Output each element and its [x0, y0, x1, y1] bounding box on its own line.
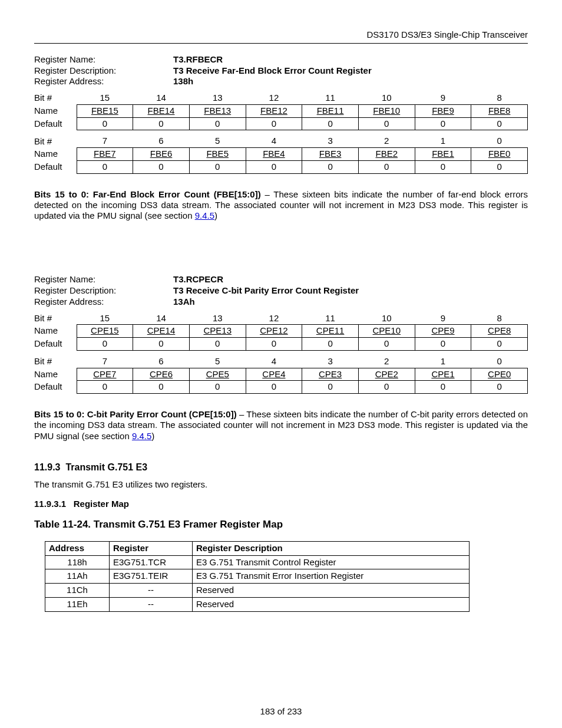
section-intro: The transmit G.751 E3 utilizes two regis…: [34, 479, 528, 490]
description-rcpecr: Bits 15 to 0: C-bit Parity Error Count (…: [34, 409, 528, 442]
bit-table-rcpecr-hi: Bit # 15141312111098 Name CPE15CPE14CPE1…: [34, 312, 528, 351]
link-section-945[interactable]: 9.4.5: [195, 210, 214, 220]
header-rule: [34, 43, 528, 44]
page-header: DS3170 DS3/E3 Single-Chip Transceiver: [34, 29, 528, 41]
table-row: 11Ch -- Reserved: [45, 584, 470, 598]
page-footer: 183 of 233: [34, 706, 528, 717]
bit-table-rcpecr-lo: Bit # 76543210 Name CPE7CPE6CPE5CPE4CPE3…: [34, 355, 528, 394]
register-map-table: Address Register Register Description 11…: [45, 541, 470, 612]
subsection-heading: 11.9.3.1 Register Map: [34, 499, 528, 510]
value-register-name: T3.RCPECR: [173, 274, 223, 285]
section-heading: 11.9.3 Transmit G.751 E3: [34, 462, 528, 473]
label-bit: Bit #: [34, 92, 77, 104]
table-row: 11Ah E3G751.TEIR E3 G.751 Transmit Error…: [45, 569, 470, 584]
label-register-name: Register Name:: [34, 54, 173, 65]
register-header-rcpecr: Register Name: T3.RCPECR Register Descri…: [34, 274, 528, 307]
table-row: 118h E3G751.TCR E3 G.751 Transmit Contro…: [45, 555, 470, 569]
label-name: Name: [34, 104, 77, 117]
table-row: 11Eh -- Reserved: [45, 597, 470, 611]
label-register-address: Register Address:: [34, 76, 173, 87]
description-rfbecr: Bits 15 to 0: Far-End Block Error Count …: [34, 189, 528, 222]
value-register-address: 138h: [173, 76, 193, 87]
bit-table-rfbecr-hi: Bit # 15141312111098 Name FBE15FBE14FBE1…: [34, 92, 528, 130]
value-register-address: 13Ah: [173, 297, 195, 308]
value-register-description: T3 Receive Far-End Block Error Count Reg…: [173, 65, 372, 77]
link-section-945[interactable]: 9.4.5: [132, 431, 151, 441]
label-register-description: Register Description:: [34, 65, 173, 77]
col-register: Register: [110, 541, 193, 555]
table-title: Table 11-24. Transmit G.751 E3 Framer Re…: [34, 518, 528, 531]
col-description: Register Description: [193, 541, 470, 555]
register-header-rfbecr: Register Name: T3.RFBECR Register Descri…: [34, 54, 528, 87]
col-address: Address: [45, 541, 110, 555]
value-register-name: T3.RFBECR: [173, 54, 223, 65]
label-default: Default: [34, 117, 77, 130]
value-register-description: T3 Receive C-bit Parity Error Count Regi…: [173, 285, 359, 297]
bit-table-rfbecr-lo: Bit # 76543210 Name FBE7FBE6FBE5FBE4FBE3…: [34, 135, 528, 173]
